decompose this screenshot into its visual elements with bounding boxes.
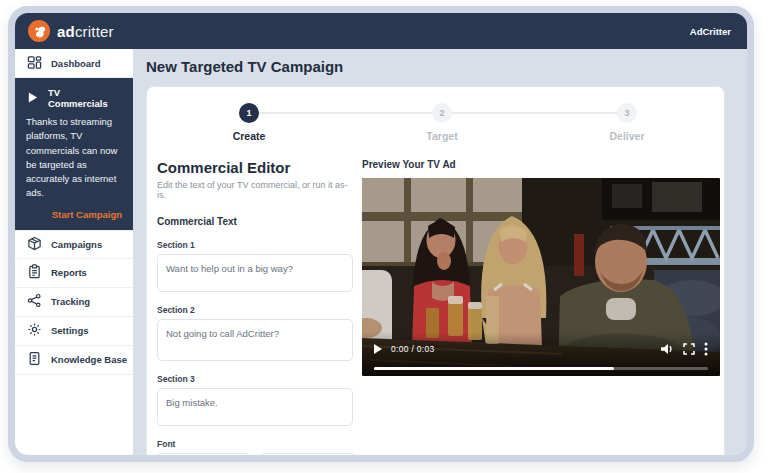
section-1-textarea[interactable]: Want to help out in a big way?: [157, 254, 353, 292]
video-play-button[interactable]: [374, 344, 382, 354]
video-progress-bar[interactable]: [374, 367, 708, 370]
section-3-textarea[interactable]: Big mistake.: [157, 388, 353, 426]
commercial-editor-title: Commercial Editor: [157, 159, 355, 176]
step-connector-line: [452, 112, 617, 114]
clipboard-icon: [27, 264, 42, 281]
brand-wordmark-critter: critter: [75, 23, 114, 40]
wizard-stepper: 1 Create 2 Target 3 Deliver: [147, 87, 724, 157]
volume-icon[interactable]: [661, 343, 674, 355]
sidebar-item-knowledge-base[interactable]: Knowledge Base: [15, 346, 133, 375]
section-2-textarea[interactable]: Not going to call AdCritter?: [157, 319, 353, 361]
section-3-label: Section 3: [157, 374, 355, 384]
sidebar-item-tracking[interactable]: Tracking: [15, 288, 133, 317]
sidebar-item-label: Settings: [51, 325, 88, 336]
chevron-down-icon: [231, 460, 241, 463]
sidebar-item-dashboard[interactable]: Dashboard: [15, 49, 133, 78]
step-label-deliver[interactable]: Deliver: [582, 130, 672, 142]
main-content: New Targeted TV Campaign 1 Create 2 Targ…: [133, 49, 747, 455]
step-connector-line: [259, 112, 432, 114]
squirrel-logo-icon: [28, 20, 50, 42]
commercial-editor-panel: Commercial Editor Edit the text of your …: [157, 159, 355, 462]
page-title: New Targeted TV Campaign: [146, 58, 343, 75]
font-size-input[interactable]: [260, 453, 355, 462]
section-2-label: Section 2: [157, 305, 355, 315]
account-name-label[interactable]: AdCritter: [690, 26, 731, 37]
sidebar-active-section-tv-commercials: TV Commercials Thanks to streaming platf…: [15, 78, 133, 230]
sidebar-item-settings[interactable]: Settings: [15, 317, 133, 346]
sidebar-item-label: TV Commercials: [48, 87, 122, 109]
sidebar-item-label: Knowledge Base: [51, 354, 127, 365]
dashboard-icon: [27, 55, 42, 72]
brand-logo[interactable]: adcritter: [28, 20, 114, 42]
preview-title: Preview Your TV Ad: [362, 159, 720, 170]
section-1-label: Section 1: [157, 240, 355, 250]
video-time-label: 0:00 / 0:03: [391, 344, 434, 354]
brand-wordmark-ad: ad: [57, 23, 75, 40]
brand-wordmark: adcritter: [57, 23, 114, 40]
sidebar-item-label: Dashboard: [51, 58, 101, 69]
share-nodes-icon: [27, 293, 42, 310]
font-label: Font: [157, 439, 355, 449]
sidebar-item-label: Tracking: [51, 296, 90, 307]
tv-commercials-promo-text: Thanks to streaming platforms, TV commer…: [26, 115, 122, 201]
package-icon: [27, 236, 42, 253]
sidebar-item-reports[interactable]: Reports: [15, 259, 133, 288]
sidebar-item-label: Reports: [51, 267, 87, 278]
fullscreen-icon[interactable]: [683, 343, 695, 355]
app-window: adcritter AdCritter Dashboard: [8, 6, 754, 462]
start-campaign-link[interactable]: Start Campaign: [26, 209, 122, 220]
kebab-menu-icon[interactable]: [704, 342, 708, 356]
play-icon: [26, 91, 39, 106]
commercial-editor-subtitle: Edit the text of your TV commercial, or …: [157, 180, 355, 200]
document-icon: [27, 351, 42, 368]
tv-ad-preview-panel: Preview Your TV Ad: [362, 159, 720, 376]
top-bar: adcritter AdCritter: [15, 13, 747, 49]
sidebar: Dashboard TV Commercials Thanks to strea…: [15, 49, 133, 455]
font-select-value: Roboto: [166, 460, 197, 463]
video-progress-fill: [374, 367, 614, 370]
step-label-create[interactable]: Create: [204, 130, 294, 142]
gear-icon: [27, 322, 42, 339]
sidebar-item-tv-commercials[interactable]: TV Commercials: [26, 87, 122, 109]
step-circle-create[interactable]: 1: [239, 103, 259, 123]
step-circle-target[interactable]: 2: [432, 103, 452, 123]
font-select[interactable]: Roboto: [157, 453, 250, 462]
commercial-text-label: Commercial Text: [157, 216, 355, 227]
video-player[interactable]: 0:00 / 0:03: [362, 178, 720, 376]
sidebar-item-campaigns[interactable]: Campaigns: [15, 230, 133, 259]
step-circle-deliver[interactable]: 3: [617, 103, 637, 123]
sidebar-item-label: Campaigns: [51, 239, 102, 250]
campaign-wizard-card: 1 Create 2 Target 3 Deliver Commercial E…: [146, 86, 725, 462]
step-label-target[interactable]: Target: [397, 130, 487, 142]
